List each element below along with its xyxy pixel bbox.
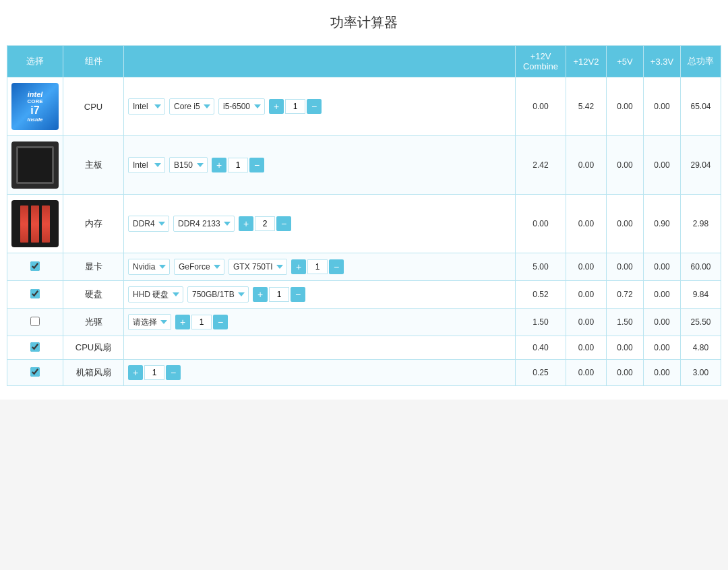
qty-control-optical: +− [175, 315, 228, 329]
value-v12combine-gpu: 5.00 [516, 253, 566, 281]
checkbox-casefan[interactable] [30, 367, 40, 377]
controls-row: IntelAMDB150Z170H110+− [128, 157, 511, 173]
controls-cell: IntelAMDB150Z170H110+− [124, 136, 516, 195]
value-v12combine-optical: 1.50 [516, 309, 566, 336]
component-label: 光驱 [63, 309, 124, 336]
component-label: 硬盘 [63, 281, 124, 309]
value-v12combine-cpufan: 0.40 [516, 336, 566, 360]
qty-input-optical[interactable] [191, 315, 212, 329]
value-total-cpu: 65.04 [681, 77, 721, 136]
table-row: 硬盘HHD 硬盘SSD750GB/1TB500GB2TB+−0.520.000.… [7, 281, 721, 309]
select-cell[interactable] [7, 253, 63, 281]
value-v5-optical: 1.50 [607, 309, 644, 336]
page-title: 功率计算器 [7, 13, 721, 32]
qty-input-cpu[interactable] [285, 99, 305, 114]
value-v12v2-casefan: 0.00 [566, 360, 607, 386]
component-label: 主板 [63, 136, 124, 195]
header-5v: +5V [607, 46, 644, 77]
select-cpu-0[interactable]: IntelAMD [128, 98, 165, 115]
value-total-ram: 2.98 [681, 195, 721, 253]
component-label: CPU [63, 77, 124, 136]
qty-minus-gpu[interactable]: − [329, 259, 344, 274]
qty-minus-ram[interactable]: − [276, 216, 291, 231]
select-gpu-2[interactable]: GTX 750TIGTX 960GTX 1060 [229, 259, 287, 275]
select-cell [7, 195, 63, 253]
qty-plus-ram[interactable]: + [239, 216, 253, 231]
select-gpu-0[interactable]: NvidiaAMD [128, 259, 170, 275]
qty-minus-casefan[interactable]: − [166, 365, 181, 380]
value-v5-cpu: 0.00 [607, 77, 644, 136]
value-v12v2-gpu: 0.00 [566, 253, 607, 281]
select-cpu-2[interactable]: i5-6500i5-6400i5-6600 [218, 98, 265, 115]
value-v33-optical: 0.00 [644, 309, 681, 336]
value-v5-mainboard: 0.00 [607, 136, 644, 195]
select-cell[interactable] [7, 360, 63, 386]
select-cell: intel CORE i7 inside [7, 77, 63, 136]
select-cpu-1[interactable]: Core i5Core i7Core i3 [169, 98, 214, 115]
qty-input-gpu[interactable] [307, 259, 328, 274]
select-cell[interactable] [7, 281, 63, 309]
qty-control-ram: +− [239, 216, 291, 231]
controls-row: 请选择+− [128, 314, 511, 330]
header-controls [124, 46, 516, 77]
header-component: 组件 [63, 46, 124, 77]
controls-cell [124, 336, 516, 360]
qty-input-ram[interactable] [255, 216, 275, 231]
select-ram-0[interactable]: DDR4DDR3 [128, 216, 169, 232]
qty-plus-casefan[interactable]: + [128, 365, 143, 380]
select-mainboard-1[interactable]: B150Z170H110 [169, 157, 208, 173]
select-cell [7, 136, 63, 195]
checkbox-hdd[interactable] [30, 289, 40, 298]
table-row: 主板IntelAMDB150Z170H110+−2.420.000.000.00… [7, 136, 721, 195]
select-mainboard-0[interactable]: IntelAMD [128, 157, 165, 173]
select-gpu-1[interactable]: GeForceQuadro [174, 259, 224, 275]
qty-plus-gpu[interactable]: + [291, 259, 306, 274]
controls-row: HHD 硬盘SSD750GB/1TB500GB2TB+− [128, 286, 511, 303]
component-label: 显卡 [63, 253, 124, 281]
qty-minus-optical[interactable]: − [213, 315, 228, 329]
checkbox-cpufan[interactable] [30, 342, 40, 352]
select-cell[interactable] [7, 309, 63, 336]
value-total-optical: 25.50 [681, 309, 721, 336]
qty-input-hdd[interactable] [269, 287, 289, 302]
qty-input-casefan[interactable] [144, 365, 164, 380]
checkbox-gpu[interactable] [30, 261, 40, 271]
controls-cell: +− [124, 360, 516, 386]
table-row: 光驱请选择+−1.500.001.500.0025.50 [7, 309, 721, 336]
checkbox-optical[interactable] [30, 317, 40, 326]
value-total-hdd: 9.84 [681, 281, 721, 309]
value-v12v2-mainboard: 0.00 [566, 136, 607, 195]
qty-input-mainboard[interactable] [228, 158, 248, 172]
controls-row: DDR4DDR3DDR4 2133DDR4 2400DDR4 3000+− [128, 216, 511, 232]
qty-plus-mainboard[interactable]: + [212, 158, 226, 172]
controls-cell: DDR4DDR3DDR4 2133DDR4 2400DDR4 3000+− [124, 195, 516, 253]
value-v33-cpufan: 0.00 [644, 336, 681, 360]
qty-plus-optical[interactable]: + [175, 315, 190, 329]
select-ram-1[interactable]: DDR4 2133DDR4 2400DDR4 3000 [173, 216, 235, 232]
select-optical-0[interactable]: 请选择 [128, 314, 171, 330]
value-v12combine-hdd: 0.52 [516, 281, 566, 309]
value-v12v2-ram: 0.00 [566, 195, 607, 253]
qty-plus-hdd[interactable]: + [253, 287, 268, 302]
qty-minus-cpu[interactable]: − [307, 99, 322, 114]
value-v5-ram: 0.00 [607, 195, 644, 253]
value-total-casefan: 3.00 [681, 360, 721, 386]
select-hdd-0[interactable]: HHD 硬盘SSD [128, 286, 183, 303]
qty-control-hdd: +− [253, 287, 305, 302]
qty-plus-cpu[interactable]: + [269, 99, 284, 114]
controls-cell: HHD 硬盘SSD750GB/1TB500GB2TB+− [124, 281, 516, 309]
select-cell[interactable] [7, 336, 63, 360]
controls-cell: IntelAMDCore i5Core i7Core i3i5-6500i5-6… [124, 77, 516, 136]
value-v33-gpu: 0.00 [644, 253, 681, 281]
qty-minus-mainboard[interactable]: − [249, 158, 264, 172]
table-row: CPU风扇0.400.000.000.004.80 [7, 336, 721, 360]
ram-image [11, 200, 59, 247]
value-v12combine-cpu: 0.00 [516, 77, 566, 136]
controls-cell: NvidiaAMDGeForceQuadroGTX 750TIGTX 960GT… [124, 253, 516, 281]
header-12v2: +12V2 [566, 46, 607, 77]
header-select: 选择 [7, 46, 63, 77]
qty-minus-hdd[interactable]: − [291, 287, 305, 302]
select-hdd-1[interactable]: 750GB/1TB500GB2TB [187, 286, 249, 303]
table-header: 选择 组件 +12V Combine +12V2 +5V +3.3V 总功率 [7, 46, 721, 77]
qty-control-casefan: +− [128, 365, 181, 380]
